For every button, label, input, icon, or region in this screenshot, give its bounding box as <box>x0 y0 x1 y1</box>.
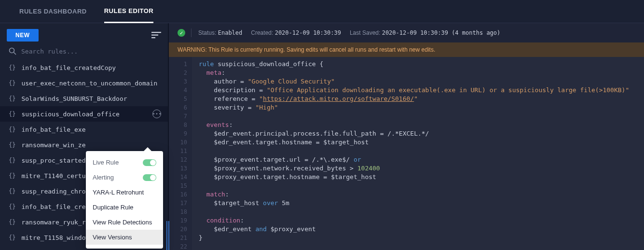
sidebar: NEW {}info_bat_file_createdCopy{}user_ex… <box>0 23 169 250</box>
svg-rect-0 <box>151 32 161 33</box>
menu-duplicate-rule[interactable]: Duplicate Rule <box>86 200 163 215</box>
svg-line-4 <box>14 53 16 55</box>
rule-item[interactable]: {}ransomware_win_ze <box>0 137 168 153</box>
rule-icon: {} <box>9 188 15 194</box>
rule-name: info_bat_file_exe <box>21 126 161 133</box>
menu-view-versions[interactable]: View Versions <box>86 230 163 245</box>
live-rule-toggle[interactable] <box>143 159 156 166</box>
svg-rect-1 <box>151 35 158 36</box>
warning-banner: WARNING: This Rule is currently running.… <box>169 42 644 57</box>
search-icon <box>9 47 16 55</box>
rule-item[interactable]: {}user_exec_netconn_to_uncommon_domain <box>0 75 168 91</box>
code-editor[interactable]: 12345678910111213141516171819202122 rule… <box>169 57 644 250</box>
pane-resize-handle[interactable] <box>166 221 171 250</box>
rule-icon: {} <box>9 111 15 117</box>
rule-item[interactable]: {}suspicious_download_office••• <box>0 106 168 122</box>
rule-icon: {} <box>9 172 15 179</box>
rule-icon: {} <box>9 126 15 133</box>
rule-item[interactable]: {}SolarWinds_SUNBURST_Backdoor <box>0 91 168 106</box>
more-icon[interactable]: ••• <box>152 110 161 118</box>
status-ok-icon: ✓ <box>178 29 185 37</box>
rule-icon: {} <box>9 234 15 241</box>
status-enabled: Status: Enabled <box>198 29 242 36</box>
status-created: Created: 2020-12-09 10:30:39 <box>251 29 341 36</box>
rule-icon: {} <box>9 203 15 210</box>
rule-icon: {} <box>9 219 15 225</box>
rule-item[interactable]: {}info_bat_file_createdCopy <box>0 60 168 75</box>
live-rule-label: Live Rule <box>93 159 119 166</box>
search-input[interactable] <box>21 48 161 55</box>
status-last-saved: Last Saved: 2020-12-09 10:30:39 (4 month… <box>350 29 500 36</box>
status-bar: ✓ Status: Enabled Created: 2020-12-09 10… <box>169 23 644 42</box>
code-content[interactable]: rule suspicious_download_office { meta: … <box>192 57 644 250</box>
tab-rules-dashboard[interactable]: RULES DASHBOARD <box>19 0 87 23</box>
line-gutter: 12345678910111213141516171819202122 <box>169 57 192 250</box>
tab-rules-editor[interactable]: RULES EDITOR <box>104 0 154 23</box>
rule-name: ransomware_win_ze <box>21 141 161 149</box>
rule-name: suspicious_download_office <box>21 111 152 118</box>
rule-icon: {} <box>9 80 15 86</box>
rule-icon: {} <box>9 95 15 102</box>
new-button[interactable]: NEW <box>7 29 39 42</box>
rule-context-menu: Live Rule Alerting YARA-L Retrohunt Dupl… <box>86 151 163 249</box>
menu-view-detections[interactable]: View Rule Detections <box>86 215 163 230</box>
rule-icon: {} <box>9 64 15 71</box>
alerting-toggle[interactable] <box>143 174 156 181</box>
svg-rect-2 <box>151 37 155 38</box>
rule-icon: {} <box>9 157 15 164</box>
tabs-header: RULES DASHBOARD RULES EDITOR <box>0 0 644 23</box>
editor-pane: ✓ Status: Enabled Created: 2020-12-09 10… <box>169 23 644 250</box>
svg-point-3 <box>10 48 14 53</box>
menu-retrohunt[interactable]: YARA-L Retrohunt <box>86 185 163 200</box>
rule-name: info_bat_file_createdCopy <box>21 64 161 71</box>
live-rule-toggle-row: Live Rule <box>86 155 163 170</box>
rule-icon: {} <box>9 141 15 148</box>
alerting-toggle-row: Alerting <box>86 170 163 185</box>
rule-item[interactable]: {}info_bat_file_exe <box>0 122 168 137</box>
alerting-label: Alerting <box>93 174 114 181</box>
sort-icon[interactable] <box>151 30 161 40</box>
rule-name: user_exec_netconn_to_uncommon_domain <box>21 80 161 87</box>
rule-name: SolarWinds_SUNBURST_Backdoor <box>21 95 161 102</box>
